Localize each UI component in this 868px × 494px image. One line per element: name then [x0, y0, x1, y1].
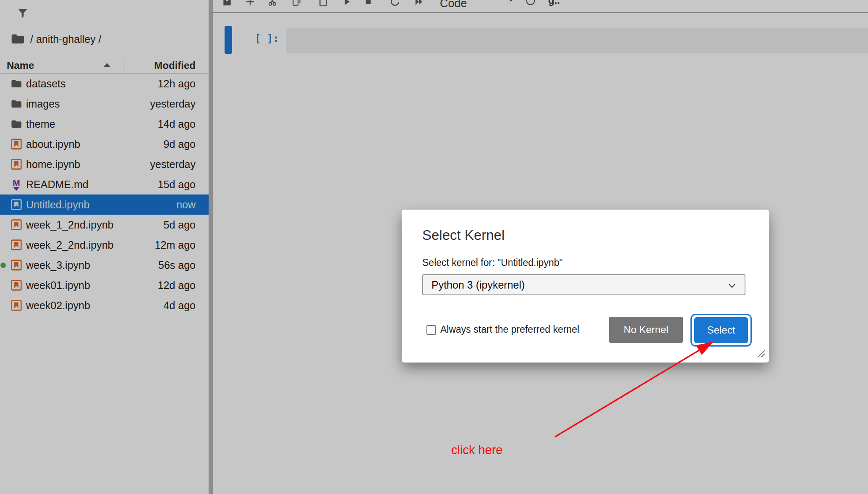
kernel-prompt-label: Select kernel for: "Untitled.ipynb": [422, 257, 563, 268]
chevron-down-icon: [728, 283, 736, 290]
dialog-resize-handle[interactable]: [755, 347, 766, 360]
no-kernel-button[interactable]: No Kernel: [609, 317, 683, 343]
kernel-select-dropdown[interactable]: Python 3 (ipykernel): [422, 274, 745, 295]
select-button[interactable]: Select: [694, 317, 748, 343]
kernel-select-value: Python 3 (ipykernel): [431, 279, 525, 291]
always-start-checkbox[interactable]: [426, 325, 436, 335]
always-start-checkbox-label[interactable]: Always start the preferred kernel: [440, 324, 579, 335]
jupyterlab-screen: / anith-ghalley / Name Modified datasets…: [0, 0, 868, 494]
select-button-focus-ring: Select: [690, 314, 752, 347]
select-kernel-dialog: Select Kernel Select kernel for: "Untitl…: [402, 210, 769, 363]
dialog-title: Select Kernel: [422, 227, 505, 243]
annotation-text: click here: [451, 443, 503, 457]
